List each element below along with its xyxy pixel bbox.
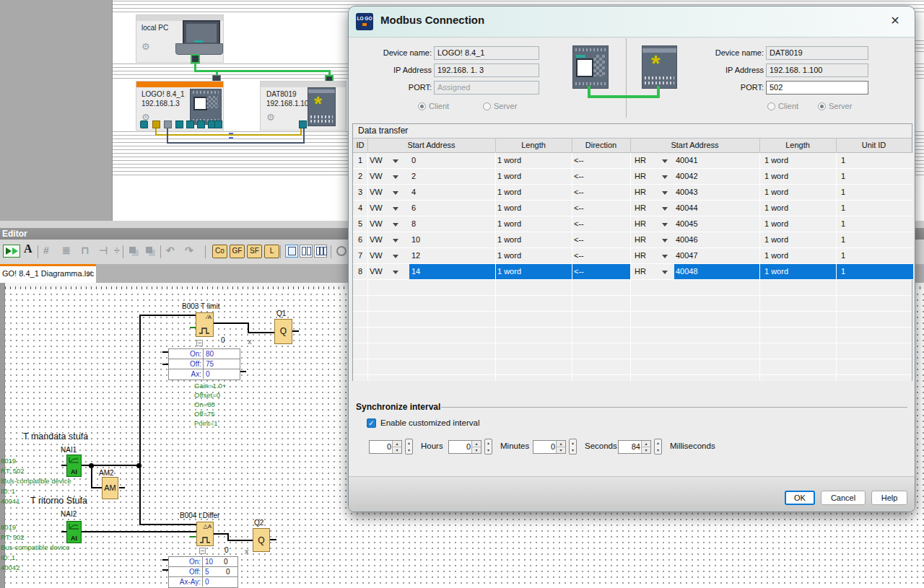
left-port-field[interactable]: Assigned	[434, 81, 539, 95]
table-row[interactable]: 2VW21 word<--HR400421 word1	[353, 169, 913, 185]
output-block-q2[interactable]: Q	[253, 528, 270, 552]
b003-parameter-table[interactable]: On:80 Off:75 Ax:0	[168, 348, 240, 380]
table-row[interactable]: 7VW121 word<--HR400471 word1	[353, 248, 913, 264]
col-header-length[interactable]: Length	[495, 141, 572, 149]
logo-doc-icon[interactable]	[140, 120, 148, 128]
left-server-radio[interactable]	[483, 102, 491, 110]
table-row[interactable]: 5VW81 word<--HR400451 word1	[353, 216, 913, 232]
analog-input-block-nai1[interactable]: AI	[66, 455, 82, 477]
net-label-mandata[interactable]: T mandata stufa	[23, 431, 88, 442]
right-device-name-field[interactable]: DAT8019	[766, 46, 868, 60]
logo-port-gray[interactable]	[164, 120, 172, 128]
milliseconds-stepper[interactable]	[654, 439, 662, 455]
text-tool-button[interactable]: A	[24, 242, 32, 255]
analog-amplifier-block-am2[interactable]: AM	[102, 477, 118, 499]
dropdown-arrow-icon[interactable]	[393, 255, 398, 258]
basic-functions-tool-button[interactable]: GF	[230, 245, 245, 258]
gear-icon[interactable]	[141, 41, 150, 52]
tab-close-icon[interactable]	[87, 269, 93, 278]
dropdown-arrow-icon[interactable]	[662, 175, 668, 179]
snap-grid-icon[interactable]: #	[43, 245, 49, 256]
seconds-stepper[interactable]	[569, 439, 577, 455]
undo-icon[interactable]: ↶	[166, 245, 175, 256]
dropdown-arrow-icon[interactable]	[662, 191, 668, 195]
redo-icon[interactable]: ↷	[185, 245, 193, 256]
close-icon[interactable]	[887, 13, 903, 29]
table-row[interactable]: 1VW01 word<--HR400411 word1	[353, 153, 913, 169]
logo-port[interactable]	[186, 120, 194, 128]
hours-stepper[interactable]	[405, 439, 413, 455]
logo-port[interactable]	[175, 120, 183, 128]
dropdown-arrow-icon[interactable]	[662, 271, 668, 274]
table-row[interactable]: 6VW101 word<--HR400461 word1	[353, 232, 913, 248]
dropdown-arrow-icon[interactable]	[662, 223, 668, 227]
collapse-icon[interactable]	[196, 340, 203, 346]
spinner-arrows[interactable]	[556, 441, 565, 453]
dropdown-arrow-icon[interactable]	[393, 239, 398, 242]
right-client-radio[interactable]	[767, 102, 775, 110]
convert-tool-icon[interactable]	[3, 245, 20, 258]
right-port-field[interactable]: 502	[766, 81, 868, 95]
dropdown-arrow-icon[interactable]	[393, 271, 398, 274]
gear-icon[interactable]	[266, 112, 275, 123]
three-column-view-button[interactable]	[314, 245, 327, 258]
dropdown-arrow-icon[interactable]	[662, 255, 668, 258]
dropdown-arrow-icon[interactable]	[662, 207, 668, 211]
right-ip-field[interactable]: 192.168. 1.100	[766, 63, 868, 77]
logo-port[interactable]	[197, 120, 205, 128]
network-card-local-pc[interactable]: local PC	[136, 14, 224, 63]
logic-tool-button[interactable]: L	[264, 245, 279, 258]
dropdown-arrow-icon[interactable]	[393, 223, 398, 227]
milliseconds-spinner[interactable]: 84	[618, 440, 651, 454]
distribute-vertical-icon[interactable]: ÷	[114, 245, 120, 256]
ok-button[interactable]: OK	[785, 491, 815, 505]
col-header-id[interactable]: ID	[353, 141, 367, 149]
table-row[interactable]: 4VW61 word<--HR400441 word1	[353, 201, 913, 216]
left-device-name-field[interactable]: LOGO! 8.4_1	[434, 46, 539, 60]
col-header-start-address[interactable]: Start Address	[367, 141, 495, 149]
differential-block-b004[interactable]: △A	[196, 522, 214, 546]
help-button[interactable]: Help	[871, 491, 907, 505]
seconds-spinner[interactable]: 0	[533, 440, 566, 454]
dropdown-arrow-icon[interactable]	[393, 191, 398, 195]
net-label-ritorno[interactable]: T ritorno Stufa	[30, 496, 87, 506]
bring-forward-icon[interactable]	[129, 247, 136, 253]
logo-port-yellow[interactable]	[152, 120, 160, 128]
spinner-arrows[interactable]	[471, 441, 481, 453]
col-header-length-2[interactable]: Length	[759, 141, 836, 149]
spinner-arrows[interactable]	[641, 441, 650, 453]
collapse-icon[interactable]	[199, 548, 206, 554]
minutes-spinner[interactable]: 0	[448, 440, 481, 454]
enable-interval-checkbox[interactable]	[367, 418, 376, 428]
threshold-block-b003[interactable]: ∕A	[196, 312, 214, 337]
two-column-view-button[interactable]	[300, 245, 313, 258]
dropdown-arrow-icon[interactable]	[662, 159, 668, 163]
table-row[interactable]: 3VW41 word<--HR400431 word1	[353, 185, 913, 201]
left-ip-field[interactable]: 192.168. 1. 3	[434, 63, 539, 77]
logo-port[interactable]	[214, 120, 222, 128]
hours-spinner[interactable]: 0	[369, 440, 402, 454]
dropdown-arrow-icon[interactable]	[662, 239, 668, 242]
col-header-unit-id[interactable]: Unit ID	[836, 141, 912, 149]
spinner-arrows[interactable]	[392, 441, 401, 453]
align-top-icon[interactable]: ⊓	[81, 245, 89, 256]
cancel-button[interactable]: Cancel	[821, 491, 866, 505]
tab-diagramma[interactable]: GO! 8.4_1 Diagramma.lsc	[0, 264, 96, 283]
zoom-tool-icon[interactable]	[336, 246, 346, 256]
dropdown-arrow-icon[interactable]	[393, 207, 398, 211]
distribute-horizontal-icon[interactable]: ⊣	[99, 245, 108, 256]
col-header-start-address-2[interactable]: Start Address	[630, 141, 759, 149]
dat-port[interactable]	[299, 120, 307, 128]
align-right-icon[interactable]: ≣	[62, 245, 71, 256]
constants-tool-button[interactable]: Co	[212, 245, 227, 258]
dropdown-arrow-icon[interactable]	[393, 175, 398, 179]
left-client-radio[interactable]	[418, 102, 426, 110]
send-backward-icon[interactable]	[146, 247, 152, 253]
analog-input-block-nai2[interactable]: AI	[66, 521, 82, 543]
special-functions-tool-button[interactable]: SF	[247, 245, 262, 258]
right-server-radio[interactable]	[818, 102, 826, 110]
dialog-titlebar[interactable]: LO GO Modbus Connection	[349, 6, 915, 38]
one-column-view-button[interactable]	[285, 245, 298, 258]
table-row-selected[interactable]: 8VW141 word<--HR400481 word1	[353, 264, 913, 280]
col-header-direction[interactable]: Direction	[572, 141, 630, 149]
